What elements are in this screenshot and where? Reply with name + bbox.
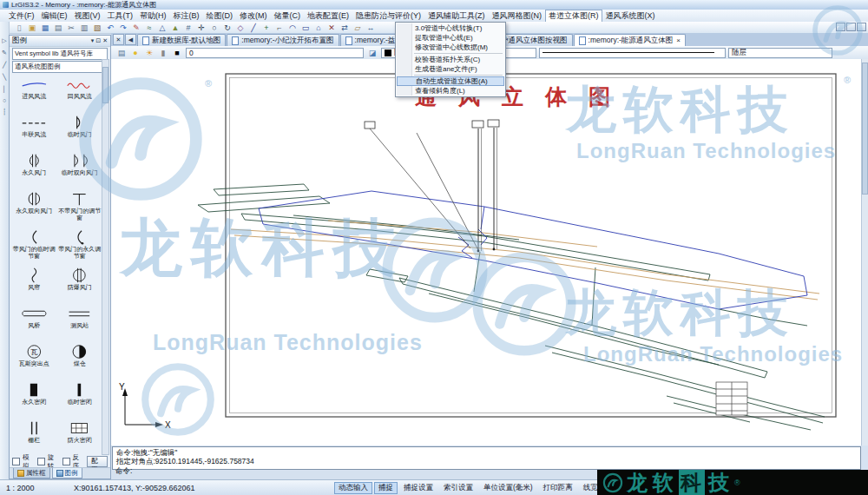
status-button[interactable]: 多视图	[604, 482, 635, 494]
circle-icon[interactable]: ○	[208, 23, 220, 33]
legend-panel-header[interactable]: 图例 ▾ ⊡ ✕	[10, 36, 110, 47]
menu-item[interactable]: 视图(V)	[71, 10, 104, 23]
legend-symbol[interactable]: 永久密闭	[11, 381, 57, 419]
mirror-icon[interactable]: ⇄	[339, 23, 351, 33]
panel-scrollbar[interactable]	[102, 59, 109, 455]
print-icon[interactable]: ▤	[52, 23, 64, 33]
symbol-category-select[interactable]: 通风系统图图例	[12, 61, 108, 73]
pen2-icon[interactable]: ✎	[2, 50, 7, 56]
menu-option[interactable]: 生成巷道ane文件(F)	[397, 64, 504, 74]
tab-xiaojiwen[interactable]: :memory:-小纪汶开拓布置图	[227, 34, 339, 46]
tab-default-map[interactable]: 新建数据库-默认地图	[137, 34, 226, 46]
config-button[interactable]: 配置	[87, 456, 108, 467]
checkbox-simulate[interactable]	[12, 458, 20, 465]
line-icon[interactable]: ╱	[247, 23, 260, 33]
dock-button[interactable]	[857, 23, 866, 31]
menu-option[interactable]: 修改管道中心线数据(M)	[397, 43, 504, 52]
undo-icon[interactable]: ↶	[104, 23, 116, 33]
legend-symbol[interactable]: 永久风门	[11, 152, 57, 190]
menu-item[interactable]: 文件(F)	[5, 10, 38, 23]
status-button[interactable]: 线宽	[579, 482, 602, 494]
legend-symbol[interactable]: 带风门的临时调节窗	[11, 228, 57, 267]
checkbox-rotate[interactable]	[37, 458, 45, 465]
measure-icon[interactable]: ↔	[365, 23, 377, 33]
legend-symbol[interactable]: 瓦 瓦斯突出点	[11, 343, 57, 381]
redo-icon[interactable]: ↷	[117, 23, 129, 33]
panel-menu-icon[interactable]: ▾	[91, 37, 95, 44]
offset-icon[interactable]: ▱	[352, 23, 364, 33]
legend-symbol[interactable]: 带风门的永久调节窗	[57, 228, 103, 267]
color-chip-icon[interactable]: ■	[171, 48, 183, 58]
menu-item[interactable]: 通风网格图(N)	[489, 10, 546, 23]
symbol-library-select[interactable]: Vent symbol lib 通风符号库	[12, 48, 108, 60]
tab-properties[interactable]: 属性框	[13, 468, 50, 478]
open-icon[interactable]: ▣	[26, 23, 38, 33]
mountain-icon[interactable]: ▲	[169, 23, 181, 33]
legend-symbol[interactable]: 回风风流	[57, 76, 103, 114]
menu-item[interactable]: 标注(B)	[170, 10, 203, 23]
menu-item[interactable]: 通风辅助工具(Z)	[424, 10, 489, 23]
pen-icon[interactable]: ✎	[130, 23, 142, 33]
status-button[interactable]: 索引设置	[439, 482, 477, 494]
tab-prev-icon[interactable]: ◀	[125, 34, 136, 45]
cut-icon[interactable]: ✂	[65, 23, 77, 33]
menu-item[interactable]: 巷道立体图(R)	[545, 10, 602, 23]
tab-close-icon[interactable]: ✕	[113, 34, 124, 45]
home-icon[interactable]: ⌂	[312, 23, 325, 33]
linetype-combo[interactable]: 随层	[728, 48, 832, 58]
status-button[interactable]: 打印距离	[539, 482, 577, 494]
legend-symbol[interactable]: 风桥	[11, 305, 57, 343]
menu-item[interactable]: 绘图(D)	[203, 10, 237, 23]
panel-float-icon[interactable]: ⊡	[95, 37, 101, 44]
legend-symbol[interactable]: 不带风门的调节窗	[57, 190, 103, 228]
status-button[interactable]: 动态输入	[334, 482, 372, 494]
layer-combo[interactable]: 0	[186, 48, 364, 58]
menu-item[interactable]: 修改(M)	[236, 10, 271, 23]
sun-icon[interactable]: ☀	[143, 48, 155, 58]
dash-icon[interactable]: ┆	[3, 109, 6, 116]
legend-symbol[interactable]: 临时密闭	[57, 381, 103, 419]
legend-symbol[interactable]: 临时双向风门	[57, 152, 103, 190]
new-icon[interactable]: ▯	[13, 23, 25, 33]
paint-bucket-icon[interactable]: ◪	[366, 48, 378, 58]
panel-close-icon[interactable]: ✕	[102, 37, 108, 44]
bulb-icon[interactable]: ●	[129, 48, 141, 58]
menu-item[interactable]: 通风系统图(X)	[602, 10, 659, 23]
menu-option[interactable]: 自动生成管道立体图(A)	[397, 76, 504, 86]
scroll-thumb[interactable]	[862, 63, 868, 195]
menu-item[interactable]: 帮助(H)	[136, 10, 170, 23]
save-icon[interactable]: ▦	[39, 23, 51, 33]
legend-symbol[interactable]: 进风风流	[11, 76, 57, 114]
legend-symbol[interactable]: 煤仓	[57, 343, 103, 381]
menu-option[interactable]: 校验巷道拓扑关系(C)	[397, 55, 504, 64]
status-button[interactable]: 单位设置(毫米)	[479, 482, 537, 494]
drawing-canvas[interactable]: 通 风 立 体 图	[111, 59, 862, 446]
legend-symbol[interactable]: 防火密闭	[57, 419, 103, 456]
legend-symbol[interactable]: 永久双向风门	[11, 190, 57, 228]
dock-button[interactable]	[836, 23, 845, 31]
legend-symbol[interactable]: 风帘	[11, 267, 57, 305]
legend-symbol[interactable]: 防爆风门	[57, 267, 103, 305]
arc-icon[interactable]: ◠	[286, 23, 299, 33]
menu-item[interactable]: 工具(T)	[104, 10, 137, 23]
select-icon[interactable]: ▷	[2, 37, 6, 44]
copy-icon[interactable]: ▥	[78, 23, 90, 33]
command-input[interactable]: 命令:	[115, 466, 132, 477]
linetype-preview-combo[interactable]	[539, 48, 726, 58]
checkbox-reverse[interactable]	[62, 458, 70, 465]
status-button[interactable]: 捕捉	[374, 482, 398, 494]
plus-icon[interactable]: +	[260, 23, 273, 33]
grid-icon[interactable]: #	[182, 23, 194, 33]
tab-legend[interactable]: 图例	[52, 468, 82, 478]
paste-icon[interactable]: ▧	[91, 23, 103, 33]
vline-icon[interactable]: │	[3, 86, 6, 92]
command-history[interactable]: 命令:拖拽:"无编辑" 指定对角点:92510.191445,-91625.75…	[112, 446, 861, 470]
menu-item[interactable]: 编辑(E)	[38, 10, 71, 23]
legend-symbol[interactable]: 测风站	[57, 305, 103, 343]
canvas-vertical-scrollbar[interactable]	[861, 59, 868, 446]
menu-item[interactable]: 储量(C)	[271, 10, 305, 23]
move-icon[interactable]: ✛	[195, 23, 207, 33]
menu-item[interactable]: 隐患防治与评价(Y)	[352, 10, 424, 23]
erase-icon[interactable]: ✕	[326, 23, 338, 33]
rect-icon[interactable]: ▭	[299, 23, 312, 33]
